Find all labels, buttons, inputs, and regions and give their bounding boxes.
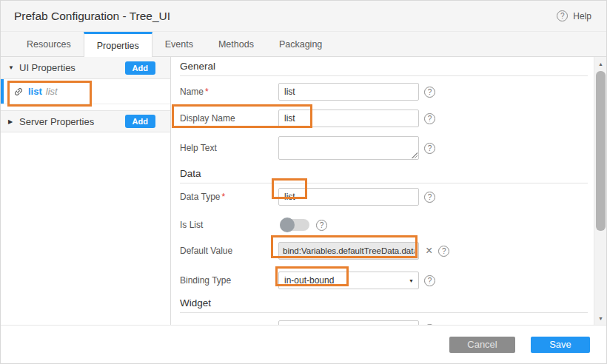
dropdown-arrow-icon: ▼ — [409, 278, 414, 283]
tab-properties[interactable]: Properties — [84, 32, 152, 57]
field-row-type: Type text ▼ ? — [180, 320, 586, 325]
field-row-data-type: Data Type* ? — [180, 187, 586, 206]
field-row-help-text: Help Text ? — [180, 135, 586, 161]
ui-properties-label: UI Properties — [19, 62, 125, 73]
display-name-input[interactable] — [278, 109, 419, 127]
section-title-general: General — [180, 61, 588, 76]
scroll-up-arrow-icon[interactable]: ▲ — [594, 58, 606, 70]
property-item-name: list — [28, 86, 42, 97]
server-properties-label: Server Properties — [19, 116, 125, 127]
properties-sidebar: ▼ UI Properties Add list list ▶ Server P… — [1, 57, 171, 325]
dialog-header: Prefab Configuration - Tree_UI ? Help — [1, 1, 606, 32]
property-item-type: list — [46, 86, 58, 97]
server-properties-header[interactable]: ▶ Server Properties Add — [1, 110, 170, 132]
toggle-knob — [280, 218, 295, 232]
selected-indicator — [1, 79, 4, 104]
data-type-label: Data Type* — [180, 192, 278, 202]
section-title-widget: Widget — [180, 297, 588, 313]
help-text-label: Help Text — [180, 143, 278, 153]
field-row-is-list: Is List ? — [180, 217, 586, 233]
data-type-help-icon[interactable]: ? — [424, 192, 435, 203]
is-list-label: Is List — [180, 220, 278, 230]
name-label: Name* — [180, 87, 278, 97]
binding-type-label: Binding Type — [180, 275, 278, 286]
vertical-scrollbar[interactable]: ▲ ▼ — [594, 57, 606, 325]
ui-properties-header[interactable]: ▼ UI Properties Add — [1, 57, 170, 79]
display-name-label: Display Name — [180, 113, 278, 124]
link-icon — [11, 84, 26, 99]
cancel-button[interactable]: Cancel — [449, 337, 515, 353]
caret-down-icon: ▼ — [8, 64, 19, 71]
save-button[interactable]: Save — [531, 337, 590, 353]
is-list-help-icon[interactable]: ? — [316, 220, 327, 231]
data-type-input[interactable] — [278, 188, 419, 206]
dialog-body: ▼ UI Properties Add list list ▶ Server P… — [1, 57, 606, 325]
field-row-default-value: Default Value × ? — [180, 241, 586, 260]
field-row-name: Name* ? — [180, 82, 586, 101]
default-value-help-icon[interactable]: ? — [438, 246, 449, 257]
tab-packaging[interactable]: Packaging — [266, 32, 335, 56]
prefab-configuration-dialog: Prefab Configuration - Tree_UI ? Help Re… — [0, 0, 607, 364]
add-server-property-button[interactable]: Add — [125, 115, 155, 128]
help-text-help-icon[interactable]: ? — [424, 143, 435, 154]
name-input[interactable] — [278, 83, 419, 101]
clear-binding-icon[interactable]: × — [426, 245, 432, 257]
name-help-icon[interactable]: ? — [424, 87, 435, 98]
is-list-toggle[interactable] — [280, 219, 309, 231]
scroll-down-arrow-icon[interactable]: ▼ — [594, 313, 606, 324]
tab-events[interactable]: Events — [152, 32, 206, 56]
display-name-help-icon[interactable]: ? — [424, 113, 435, 124]
tab-methods[interactable]: Methods — [206, 32, 266, 56]
dialog-footer: Cancel Save — [1, 325, 606, 363]
binding-type-select[interactable]: in-out-bound ▼ — [278, 272, 419, 289]
tab-bar: Resources Properties Events Methods Pack… — [1, 32, 606, 57]
help-circle-icon: ? — [557, 10, 568, 21]
add-ui-property-button[interactable]: Add — [125, 61, 155, 75]
property-form: General Name* ? Display Name ? Help Text… — [171, 57, 606, 325]
tab-resources[interactable]: Resources — [14, 32, 84, 56]
dialog-title: Prefab Configuration - Tree_UI — [14, 10, 170, 23]
default-value-label: Default Value — [180, 246, 278, 256]
binding-type-help-icon[interactable]: ? — [424, 275, 435, 286]
help-text-textarea[interactable] — [278, 136, 419, 160]
field-row-display-name: Display Name ? — [180, 109, 586, 128]
field-row-binding-type: Binding Type in-out-bound ▼ ? — [180, 271, 586, 290]
section-title-data: Data — [180, 168, 588, 183]
scrollbar-thumb[interactable] — [596, 71, 606, 231]
help-link[interactable]: ? Help — [557, 10, 591, 21]
caret-right-icon: ▶ — [8, 118, 19, 125]
sidebar-item-list[interactable]: list list — [1, 79, 170, 104]
default-value-input[interactable] — [278, 242, 419, 260]
help-label: Help — [573, 11, 591, 21]
required-marker: * — [221, 192, 225, 202]
required-marker: * — [205, 87, 209, 97]
binding-type-value: in-out-bound — [284, 275, 334, 286]
